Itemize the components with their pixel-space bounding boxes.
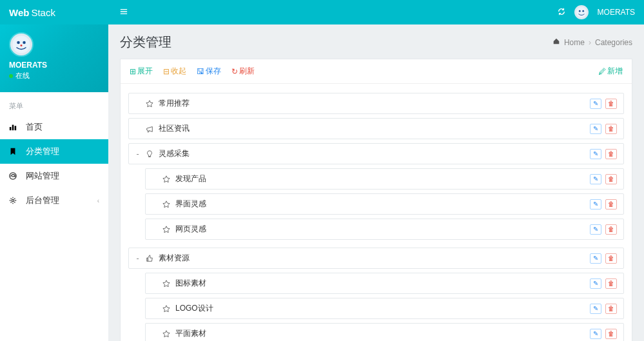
thumbs-up-icon <box>146 255 155 262</box>
nav-label: 分类管理 <box>26 146 59 157</box>
star-icon <box>162 330 171 338</box>
delete-button[interactable]: 🗑 <box>605 224 617 235</box>
breadcrumb-home[interactable]: Home <box>564 38 585 47</box>
svg-point-3 <box>21 44 23 46</box>
tree-node: 网页灵感✎🗑 <box>145 219 624 240</box>
add-button[interactable]: 🖉 新增 <box>598 66 623 77</box>
star-icon <box>146 100 155 108</box>
bookmark-icon <box>9 148 19 155</box>
topbar-username[interactable]: MOERATS <box>598 8 635 17</box>
edge-icon <box>9 172 19 180</box>
nav-item-1[interactable]: 分类管理 <box>0 139 108 164</box>
refresh-icon[interactable] <box>558 8 565 17</box>
topbar: MOERATS <box>108 0 644 24</box>
tree-row[interactable]: 平面素材✎🗑 <box>146 324 623 341</box>
edit-button[interactable]: ✎ <box>590 329 601 339</box>
delete-button[interactable]: 🗑 <box>605 99 617 109</box>
node-label: 社区资讯 <box>159 123 190 134</box>
tree-row[interactable]: 社区资讯✎🗑 <box>129 119 623 139</box>
bar-chart-icon <box>9 123 19 131</box>
user-panel: MOERATS 在线 <box>0 24 108 92</box>
node-label: 界面灵感 <box>175 199 206 209</box>
node-label: 素材资源 <box>159 253 190 264</box>
online-dot-icon <box>9 74 13 78</box>
home-icon <box>552 37 560 47</box>
node-label: 网页灵感 <box>175 224 206 235</box>
expand-button[interactable]: ⊞ 展开 <box>130 66 153 77</box>
edit-button[interactable]: ✎ <box>590 199 601 209</box>
nav-item-3[interactable]: 后台管理‹ <box>0 188 108 213</box>
delete-button[interactable]: 🗑 <box>605 278 617 289</box>
tree-node: 发现产品✎🗑 <box>145 168 624 190</box>
edit-button[interactable]: ✎ <box>590 253 601 264</box>
breadcrumb-sep: › <box>589 38 591 47</box>
star-icon <box>162 305 171 313</box>
collapse-button[interactable]: ⊟ 收起 <box>163 66 186 77</box>
svg-rect-5 <box>12 125 14 131</box>
svg-point-9 <box>576 7 586 17</box>
nav-label: 首页 <box>26 121 43 133</box>
hamburger-icon[interactable] <box>117 5 130 20</box>
star-icon <box>162 200 171 208</box>
delete-button[interactable]: 🗑 <box>605 329 617 339</box>
node-label: 发现产品 <box>175 173 206 184</box>
star-icon <box>162 226 171 233</box>
breadcrumb-current: Categories <box>595 38 632 47</box>
avatar[interactable] <box>9 32 34 57</box>
tree-row[interactable]: -灵感采集✎🗑 <box>129 144 623 164</box>
svg-point-1 <box>17 41 20 44</box>
edit-button[interactable]: ✎ <box>590 278 601 289</box>
svg-point-2 <box>23 41 26 44</box>
edit-button[interactable]: ✎ <box>590 174 601 184</box>
save-button[interactable]: 🖫 保存 <box>197 66 221 77</box>
toggle-icon[interactable]: - <box>135 150 142 159</box>
tree-node: 图标素材✎🗑 <box>145 273 624 294</box>
chevron-left-icon: ‹ <box>97 197 99 204</box>
edit-button[interactable]: ✎ <box>590 99 601 109</box>
svg-rect-4 <box>10 127 12 130</box>
node-label: 灵感采集 <box>159 148 190 159</box>
delete-button[interactable]: 🗑 <box>605 253 617 264</box>
brand-light: Stack <box>31 7 55 18</box>
svg-point-11 <box>582 10 584 12</box>
brand-logo[interactable]: Web Stack <box>0 0 108 24</box>
gear-icon <box>9 197 19 204</box>
star-icon <box>162 280 171 287</box>
nav-item-2[interactable]: 网站管理 <box>0 164 108 188</box>
page-title: 分类管理 <box>120 34 171 51</box>
node-label: 常用推荐 <box>159 98 190 109</box>
tree-row[interactable]: 界面灵感✎🗑 <box>146 194 623 214</box>
tree-row[interactable]: 网页灵感✎🗑 <box>146 219 623 239</box>
edit-button[interactable]: ✎ <box>590 224 601 235</box>
edit-button[interactable]: ✎ <box>590 304 601 314</box>
delete-button[interactable]: 🗑 <box>605 199 617 209</box>
nav-label: 后台管理 <box>26 195 59 206</box>
tree-row[interactable]: LOGO设计✎🗑 <box>146 298 623 318</box>
topbar-avatar[interactable] <box>574 5 589 19</box>
tree-node: 常用推荐✎🗑 <box>128 93 624 114</box>
tree-node: LOGO设计✎🗑 <box>145 298 624 319</box>
tree-node: -素材资源✎🗑 <box>128 248 624 269</box>
delete-button[interactable]: 🗑 <box>605 304 617 314</box>
delete-button[interactable]: 🗑 <box>605 124 617 134</box>
edit-button[interactable]: ✎ <box>590 124 601 134</box>
nav-item-0[interactable]: 首页 <box>0 115 108 139</box>
brand-bold: Web <box>9 7 29 18</box>
delete-button[interactable]: 🗑 <box>605 174 617 184</box>
delete-button[interactable]: 🗑 <box>605 149 617 159</box>
toggle-icon[interactable]: - <box>135 254 142 263</box>
toolbar: ⊞ 展开 ⊟ 收起 🖫 保存 ↻ 刷新 🖉 新增 <box>121 59 632 84</box>
tree-row[interactable]: 图标素材✎🗑 <box>146 273 623 293</box>
svg-rect-6 <box>15 126 17 130</box>
node-label: 平面素材 <box>175 328 206 339</box>
node-label: LOGO设计 <box>175 303 213 314</box>
refresh-button[interactable]: ↻ 刷新 <box>231 66 255 77</box>
breadcrumb: Home › Categories <box>552 37 632 47</box>
tree-row[interactable]: 常用推荐✎🗑 <box>129 93 623 113</box>
tree-row[interactable]: 发现产品✎🗑 <box>146 169 623 189</box>
tree-row[interactable]: -素材资源✎🗑 <box>129 248 623 268</box>
edit-button[interactable]: ✎ <box>590 149 601 159</box>
svg-point-10 <box>578 10 580 12</box>
bullhorn-icon <box>146 125 155 133</box>
tree-node: 界面灵感✎🗑 <box>145 193 624 215</box>
